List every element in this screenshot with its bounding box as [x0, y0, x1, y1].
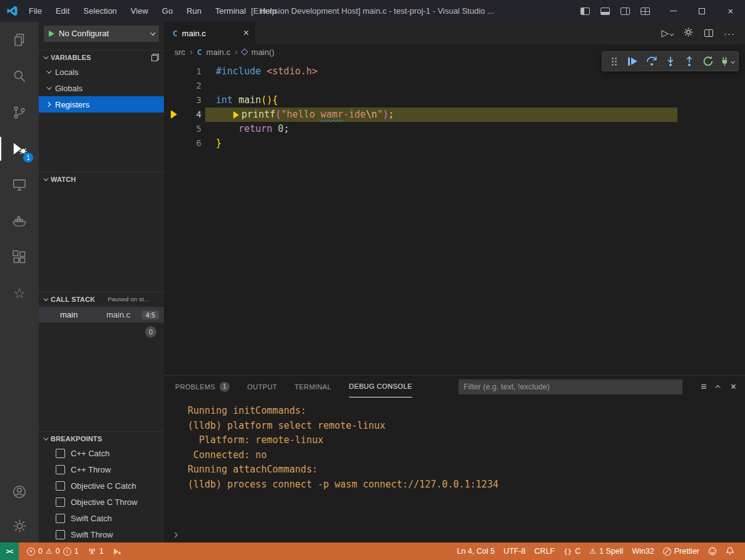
settings-gear-icon[interactable] [0, 509, 39, 542]
tab-terminal[interactable]: TERMINAL [295, 376, 332, 398]
code-line[interactable]: 4 printf("hello wamr-ide\n"); [164, 108, 745, 122]
toggle-panel-icon[interactable] [601, 8, 610, 15]
checkbox[interactable] [56, 498, 65, 507]
toggle-sidebar-icon[interactable] [580, 8, 590, 15]
output-actions-icon[interactable]: ≡ [701, 382, 706, 392]
feedback-status[interactable] [704, 544, 721, 558]
step-out-button[interactable] [681, 53, 697, 70]
star-icon[interactable]: ☆ [0, 276, 39, 312]
code-line[interactable]: 6} [164, 136, 745, 151]
extensions-icon[interactable] [0, 239, 39, 276]
breakpoint-gutter[interactable] [164, 64, 183, 79]
close-tab-icon[interactable]: × [243, 28, 249, 38]
breadcrumb-file[interactable]: main.c [206, 48, 230, 57]
explorer-icon[interactable] [0, 22, 39, 58]
problems-status[interactable]: × 0 ⚠ 0 i 1 [23, 544, 83, 558]
debug-status[interactable] [108, 544, 126, 558]
settings-gear-icon[interactable] [683, 27, 694, 39]
variables-header[interactable]: VARIABLES [39, 50, 164, 64]
menu-item-run[interactable]: Run [180, 0, 208, 22]
toggle-secondary-sidebar-icon[interactable] [621, 8, 630, 15]
menu-item-file[interactable]: File [22, 0, 49, 22]
maximize-button[interactable] [687, 0, 716, 22]
code-line[interactable]: 3int main(){ [164, 93, 745, 108]
run-or-debug-button[interactable]: ▷ [661, 28, 672, 39]
start-debug-icon[interactable] [49, 31, 54, 37]
menu-item-terminal[interactable]: Terminal [208, 0, 253, 22]
call-stack-header[interactable]: CALL STACK Paused on st... [39, 292, 164, 306]
symbol-method-icon [241, 48, 248, 55]
toolbar-drag-handle[interactable] [606, 53, 622, 70]
continue-button[interactable] [624, 53, 641, 70]
breakpoint-item[interactable]: Swift Catch [39, 510, 164, 526]
language-indicator[interactable]: {} C [559, 544, 585, 558]
error-icon: × [27, 548, 35, 556]
tree-item-registers[interactable]: Registers [39, 96, 164, 112]
breadcrumb-folder[interactable]: src [175, 48, 185, 57]
bottom-panel: PROBLEMS 1 OUTPUT TERMINAL DEBUG CONSOLE… [164, 375, 745, 542]
close-button[interactable]: × [716, 0, 745, 22]
minimize-button[interactable] [659, 0, 687, 22]
tree-item-locals[interactable]: Locals [39, 64, 164, 80]
run-and-debug-icon[interactable]: 1 [0, 131, 39, 167]
tab-output[interactable]: OUTPUT [247, 376, 277, 398]
remote-explorer-icon[interactable] [0, 167, 39, 203]
account-icon[interactable] [0, 475, 39, 509]
breakpoint-item[interactable]: Objective C Catch [39, 478, 164, 494]
launch-config-dropdown[interactable]: No Configurat [44, 26, 159, 42]
breakpoint-item[interactable]: C++ Throw [39, 461, 164, 478]
menu-item-go[interactable]: Go [155, 0, 180, 22]
split-editor-icon[interactable] [704, 29, 713, 37]
remote-indicator[interactable]: >< [0, 542, 19, 560]
checkbox[interactable] [56, 530, 65, 539]
search-icon[interactable] [0, 58, 39, 94]
line-content: return 0; [201, 122, 289, 136]
tab-problems[interactable]: PROBLEMS 1 [175, 376, 230, 398]
tab-debug-console[interactable]: DEBUG CONSOLE [349, 376, 412, 398]
more-actions-icon[interactable]: ··· [724, 28, 735, 39]
menu-item-edit[interactable]: Edit [49, 0, 76, 22]
checkbox[interactable] [56, 481, 65, 491]
breakpoint-gutter[interactable] [164, 93, 183, 108]
menu-item-selection[interactable]: Selection [76, 0, 123, 22]
menu-item-view[interactable]: View [124, 0, 155, 22]
breakpoint-gutter[interactable] [164, 79, 183, 93]
code-line[interactable]: 5 return 0; [164, 122, 745, 136]
source-control-icon[interactable] [0, 94, 39, 131]
console-input-chevron-icon[interactable]: › [174, 528, 178, 540]
breadcrumb-symbol[interactable]: main() [251, 48, 275, 57]
docker-icon[interactable] [0, 203, 39, 239]
collapse-all-icon[interactable] [151, 54, 159, 61]
restart-button[interactable] [699, 53, 716, 70]
checkbox[interactable] [56, 465, 65, 474]
step-into-button[interactable] [662, 53, 679, 70]
console-filter-input[interactable] [459, 379, 682, 394]
customize-layout-icon[interactable] [641, 8, 650, 15]
disconnect-button[interactable] [718, 53, 735, 70]
encoding-indicator[interactable]: UTF-8 [499, 544, 530, 558]
checkbox[interactable] [56, 449, 65, 458]
step-over-button[interactable] [643, 53, 660, 70]
stack-frame-row[interactable]: main main.c 4:5 [39, 307, 164, 322]
breakpoint-gutter[interactable] [164, 136, 183, 151]
eol-indicator[interactable]: CRLF [530, 544, 559, 558]
ports-status[interactable]: 1 [83, 544, 108, 558]
breakpoint-item[interactable]: Swift Throw [39, 526, 164, 542]
breakpoint-gutter[interactable] [164, 122, 183, 136]
formatter-status[interactable]: Prettier [659, 544, 704, 558]
checkbox[interactable] [56, 514, 65, 523]
breakpoints-header[interactable]: BREAKPOINTS [39, 431, 164, 445]
breakpoint-item[interactable]: Objective C Throw [39, 494, 164, 510]
watch-header[interactable]: WATCH [39, 172, 164, 186]
maximize-panel-icon[interactable] [715, 385, 720, 390]
close-panel-icon[interactable]: × [731, 382, 736, 392]
cursor-position[interactable]: Ln 4, Col 5 [452, 544, 499, 558]
tree-item-globals[interactable]: Globals [39, 80, 164, 96]
spell-checker-status[interactable]: ⚠ 1 Spell [585, 544, 627, 558]
breakpoint-item[interactable]: C++ Catch [39, 445, 164, 461]
breakpoint-gutter[interactable] [164, 108, 183, 122]
tab-main-c[interactable]: C main.c × [164, 22, 255, 44]
platform-indicator[interactable]: Win32 [627, 544, 658, 558]
notifications-status[interactable] [721, 544, 739, 558]
code-line[interactable]: 2 [164, 79, 745, 93]
